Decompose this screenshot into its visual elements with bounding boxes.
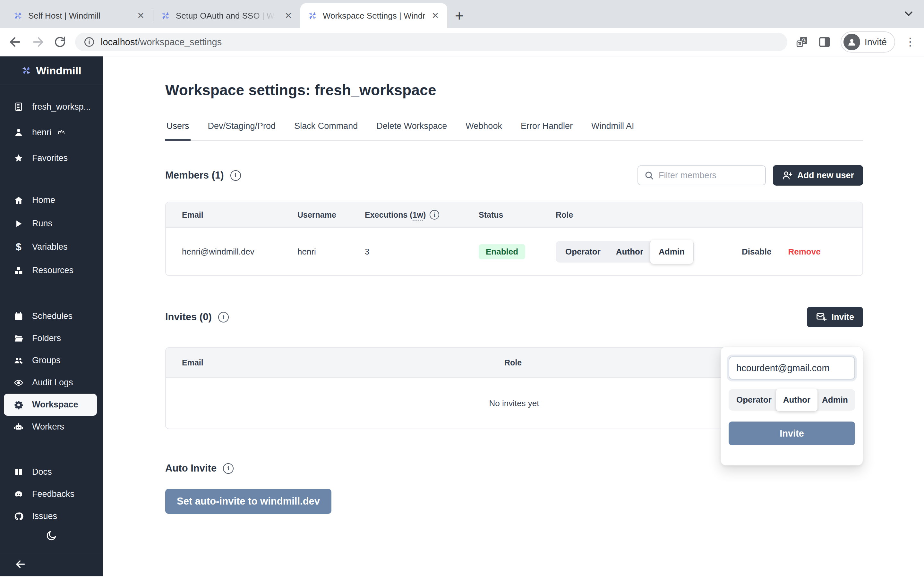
invites-section: Invites (0) i Invite Email Role No invit… <box>165 307 863 429</box>
side-panel-icon[interactable] <box>818 35 831 48</box>
browser-menu-icon[interactable]: ⋮ <box>905 37 916 46</box>
toolbar-right: G Invité ⋮ <box>796 31 916 53</box>
members-heading: Members (1) i <box>165 169 241 181</box>
tab-webhook[interactable]: Webhook <box>464 121 503 141</box>
browser-tab-self-host[interactable]: Self Host | Windmill ✕ <box>6 3 153 28</box>
sidebar-item-runs[interactable]: Runs <box>0 212 103 235</box>
tab-title: Self Host | Windmill <box>28 11 131 21</box>
new-tab-button[interactable]: + <box>455 8 464 23</box>
tab-dev-staging-prod[interactable]: Dev/Staging/Prod <box>207 121 277 141</box>
building-icon <box>13 102 24 111</box>
chevron-down-icon[interactable] <box>902 7 915 20</box>
sidebar-item-user[interactable]: henri <box>0 119 103 145</box>
col-role: Role <box>556 210 742 219</box>
invites-section-header: Invites (0) i Invite <box>165 307 863 327</box>
browser-tabstrip: Self Host | Windmill ✕ Setup OAuth and S… <box>0 0 924 28</box>
users-group-icon <box>13 356 24 366</box>
col-username: Username <box>297 210 365 219</box>
member-email: henri@windmill.dev <box>182 247 297 257</box>
members-heading-text: Members (1) <box>165 169 224 181</box>
moon-icon <box>45 530 57 542</box>
home-icon <box>13 195 24 205</box>
close-icon[interactable]: ✕ <box>136 10 145 21</box>
role-option-operator[interactable]: Operator <box>557 243 608 261</box>
browser-profile-button[interactable]: Invité <box>841 31 895 53</box>
sidebar-item-issues[interactable]: Issues <box>0 505 103 527</box>
sidebar-item-schedules[interactable]: Schedules <box>0 305 103 327</box>
tab-windmill-ai[interactable]: Windmill AI <box>590 121 636 141</box>
url-text: localhost/workspace_settings <box>101 37 222 47</box>
sidebar-item-label: henri <box>32 127 51 137</box>
info-icon[interactable]: i <box>223 463 234 474</box>
sidebar-item-variables[interactable]: $ Variables <box>0 235 103 259</box>
windmill-brand[interactable]: Windmill <box>0 56 103 85</box>
info-icon[interactable]: i <box>218 312 229 322</box>
info-icon[interactable]: i <box>430 210 439 219</box>
theme-toggle[interactable] <box>0 528 103 543</box>
browser-tab-workspace-settings[interactable]: Workspace Settings | Windmill ✕ <box>300 3 447 28</box>
auto-invite-heading-text: Auto Invite <box>165 463 216 474</box>
role-option-author[interactable]: Author <box>608 243 651 261</box>
robot-icon <box>13 422 24 432</box>
sidebar-item-label: Resources <box>32 266 73 276</box>
role-option-admin[interactable]: Admin <box>817 392 853 408</box>
collapse-sidebar-button[interactable] <box>0 552 103 576</box>
discord-icon <box>13 490 24 499</box>
sidebar-item-docs[interactable]: Docs <box>0 461 103 483</box>
sidebar-nav-group-1: Home Runs $ Variables Resources <box>0 189 103 282</box>
browser-tab-oauth-sso[interactable]: Setup OAuth and SSO | Windmill ✕ <box>153 3 300 28</box>
sidebar-item-groups[interactable]: Groups <box>0 350 103 372</box>
tab-title: Workspace Settings | Windmill <box>323 11 425 21</box>
close-icon[interactable]: ✕ <box>283 10 293 21</box>
sidebar-item-feedbacks[interactable]: Feedbacks <box>0 483 103 505</box>
main-content: Workspace settings: fresh_workspace User… <box>103 56 924 576</box>
play-icon <box>13 219 24 229</box>
sidebar-item-label: Home <box>32 195 55 205</box>
invite-button-label: Invite <box>831 312 854 322</box>
role-option-admin[interactable]: Admin <box>650 240 693 264</box>
role-option-operator[interactable]: Operator <box>732 392 776 408</box>
invite-button[interactable]: Invite <box>807 307 863 327</box>
site-info-icon[interactable] <box>83 36 95 48</box>
boxes-icon <box>13 266 24 276</box>
disable-button[interactable]: Disable <box>742 247 772 257</box>
translate-icon[interactable]: G <box>796 35 809 48</box>
tab-users[interactable]: Users <box>165 121 191 141</box>
sidebar-item-folders[interactable]: Folders <box>0 327 103 350</box>
tab-delete-workspace[interactable]: Delete Workspace <box>375 121 448 141</box>
sidebar-item-favorites[interactable]: Favorites <box>0 145 103 171</box>
filter-members-box[interactable] <box>638 165 766 185</box>
sidebar-item-label: Audit Logs <box>32 378 73 388</box>
sidebar-item-label: Groups <box>32 356 61 366</box>
remove-button[interactable]: Remove <box>788 247 821 257</box>
sidebar-context-group: fresh_worksp... henri Favorites <box>0 94 103 171</box>
col-executions: Executions (1w) i <box>365 210 479 219</box>
role-option-author[interactable]: Author <box>776 388 817 411</box>
sidebar-item-workers[interactable]: Workers <box>0 416 103 438</box>
back-icon[interactable] <box>8 35 23 49</box>
invite-popup: Operator Author Admin Invite <box>720 347 863 466</box>
members-table: Email Username Executions (1w) i Status … <box>165 201 863 276</box>
forward-icon[interactable] <box>31 35 45 49</box>
sidebar-item-resources[interactable]: Resources <box>0 259 103 282</box>
close-icon[interactable]: ✕ <box>430 10 440 21</box>
set-auto-invite-button[interactable]: Set auto-invite to windmill.dev <box>165 489 331 514</box>
tab-slack-command[interactable]: Slack Command <box>293 121 359 141</box>
url-bar[interactable]: localhost/workspace_settings <box>75 33 787 51</box>
dollar-icon: $ <box>13 241 24 253</box>
tab-error-handler[interactable]: Error Handler <box>519 121 574 141</box>
filter-members-input[interactable] <box>659 171 759 181</box>
sidebar: Windmill fresh_worksp... henri <box>0 56 103 576</box>
auto-invite-heading: Auto Invite i <box>165 463 234 474</box>
reload-icon[interactable] <box>53 35 67 49</box>
sidebar-item-audit-logs[interactable]: Audit Logs <box>0 372 103 394</box>
sidebar-item-workspace[interactable]: Workspace <box>4 394 97 416</box>
sidebar-item-home[interactable]: Home <box>0 189 103 212</box>
sidebar-item-workspace-switcher[interactable]: fresh_worksp... <box>0 94 103 119</box>
invite-submit-button[interactable]: Invite <box>729 422 855 445</box>
invite-email-input[interactable] <box>729 356 855 380</box>
status-badge: Enabled <box>479 244 525 259</box>
add-new-user-button[interactable]: Add new user <box>773 165 863 185</box>
info-icon[interactable]: i <box>230 170 241 181</box>
eye-icon <box>13 378 24 388</box>
